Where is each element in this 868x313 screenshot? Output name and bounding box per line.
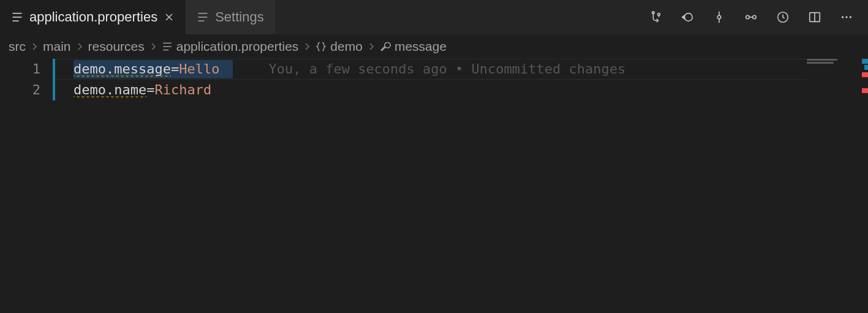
property-key: demo.name <box>74 82 146 98</box>
svg-point-9 <box>658 13 660 16</box>
wrench-icon <box>380 41 391 52</box>
line-number: 1 <box>0 59 40 80</box>
file-lines-icon <box>197 11 209 23</box>
tab-application-properties[interactable]: application.properties <box>0 0 186 34</box>
breadcrumb: src main resources application.propertie… <box>0 34 868 59</box>
line-number-gutter: 1 2 <box>0 59 53 313</box>
svg-point-23 <box>850 16 851 18</box>
svg-point-15 <box>746 15 750 19</box>
breadcrumb-label: application.properties <box>176 39 299 54</box>
equals-sign: = <box>146 82 154 97</box>
chevron-right-icon <box>148 42 158 51</box>
svg-point-12 <box>717 15 721 19</box>
breadcrumb-label: main <box>43 39 71 54</box>
breadcrumb-item[interactable]: src <box>9 39 26 54</box>
close-icon[interactable] <box>164 12 175 23</box>
breadcrumb-item[interactable]: main <box>43 39 71 54</box>
minimap[interactable] <box>807 59 856 70</box>
equals-sign: = <box>171 61 179 77</box>
timeline-icon[interactable] <box>775 9 791 25</box>
file-lines-icon <box>11 11 23 23</box>
code-text: demo.name=Richard <box>53 80 211 100</box>
code-line[interactable]: demo.message=Hello You, a few seconds ag… <box>53 59 868 80</box>
git-blame-annotation: You, a few seconds ago • Uncommitted cha… <box>219 59 625 80</box>
split-editor-icon[interactable] <box>807 9 823 25</box>
svg-point-22 <box>845 16 847 18</box>
property-key: demo.message <box>74 61 171 77</box>
editor-tabbar: application.properties Settings <box>0 0 868 34</box>
breadcrumb-item[interactable]: resources <box>88 39 145 54</box>
braces-icon <box>315 41 326 52</box>
breadcrumb-file[interactable]: application.properties <box>162 39 299 54</box>
line-number: 2 <box>0 80 40 100</box>
more-actions-icon[interactable] <box>839 9 855 25</box>
tab-settings[interactable]: Settings <box>186 0 275 34</box>
code-text: demo.message=Hello <box>53 59 219 80</box>
breadcrumb-symbol[interactable]: message <box>380 39 447 54</box>
editor-title-actions <box>634 0 868 34</box>
overview-marker <box>862 88 868 93</box>
breadcrumb-label: resources <box>88 39 145 54</box>
chevron-right-icon <box>366 42 376 51</box>
svg-point-10 <box>684 13 692 21</box>
compare-changes-icon[interactable] <box>647 9 663 25</box>
breadcrumb-label: src <box>9 39 26 54</box>
tabbar-spacer <box>275 0 634 34</box>
file-lines-icon <box>162 41 173 52</box>
property-value: Richard <box>154 82 211 97</box>
text-editor[interactable]: 1 2 demo.message=Hello You, a few second… <box>0 59 868 313</box>
property-value: Hello <box>179 61 219 77</box>
breadcrumb-label: message <box>394 39 447 54</box>
tab-label: application.properties <box>29 9 157 25</box>
svg-point-21 <box>842 16 843 18</box>
commit-node-icon[interactable] <box>711 9 727 25</box>
chevron-right-icon <box>75 42 85 51</box>
chevron-right-icon <box>302 42 312 51</box>
overview-marker <box>864 65 868 70</box>
chevron-right-icon <box>29 42 39 51</box>
svg-point-16 <box>753 15 757 19</box>
breadcrumb-symbol[interactable]: demo <box>315 39 363 54</box>
code-area[interactable]: demo.message=Hello You, a few seconds ag… <box>53 59 868 313</box>
overview-ruler[interactable] <box>857 59 868 313</box>
revert-icon[interactable] <box>679 9 695 25</box>
breadcrumb-label: demo <box>330 39 363 54</box>
overview-marker <box>862 59 868 64</box>
commit-graph-icon[interactable] <box>743 9 759 25</box>
code-line[interactable]: demo.name=Richard <box>53 80 868 100</box>
tab-label: Settings <box>215 9 264 25</box>
overview-marker <box>862 72 868 77</box>
